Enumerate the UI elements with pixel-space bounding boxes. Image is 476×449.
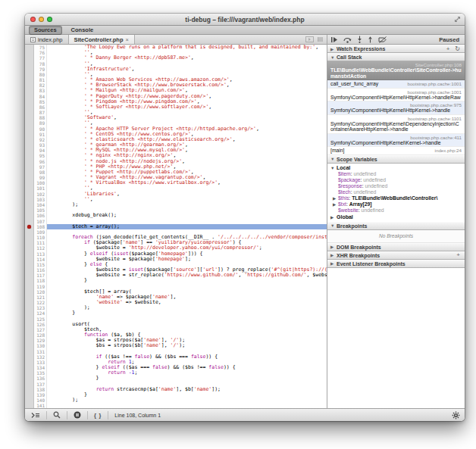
code-line-94[interactable]: 94 ' * MySQL <http://www.mysql.com/>', — [25, 148, 327, 153]
breakpoint-gutter[interactable] — [25, 170, 34, 175]
breakpoint-gutter[interactable] — [25, 142, 34, 148]
line-number[interactable]: 106 — [34, 213, 47, 218]
toggle-breakpoints-button[interactable] — [378, 36, 387, 43]
line-number[interactable]: 133 — [34, 360, 47, 365]
breakpoint-gutter[interactable] — [25, 202, 34, 207]
breakpoint-gutter[interactable] — [25, 262, 34, 267]
line-number[interactable]: 116 — [34, 267, 47, 273]
line-number[interactable]: 124 — [34, 310, 47, 316]
call-stack-frame[interactable]: bootstrap.php.cache:975Symfony\Component… — [327, 101, 465, 115]
scope-variable-row[interactable]: $package: undefined — [327, 177, 465, 183]
scope-variable-row[interactable]: $website: undefined — [327, 207, 465, 214]
breakpoint-gutter[interactable] — [25, 278, 34, 283]
code-line-115[interactable]: 115 } else { — [25, 262, 327, 267]
line-number[interactable]: 138 — [34, 387, 47, 392]
breakpoint-gutter[interactable] — [25, 219, 34, 224]
call-stack-frame[interactable]: SiteController.php:108TLE\Bundle\WebBund… — [327, 61, 465, 80]
add-watch-button[interactable]: + — [445, 46, 452, 52]
add-xhr-breakpoint-button[interactable]: + — [455, 252, 462, 258]
line-number[interactable]: 132 — [34, 354, 47, 360]
close-window-button[interactable] — [30, 17, 36, 22]
line-number[interactable]: 87 — [34, 110, 47, 115]
line-number[interactable]: 105 — [34, 207, 47, 213]
breakpoint-gutter[interactable] — [25, 50, 34, 55]
code-line-110[interactable]: 110 foreach (json_decode(file_get_conten… — [25, 235, 327, 240]
line-number[interactable]: 111 — [34, 240, 47, 245]
breakpoint-gutter[interactable] — [25, 289, 34, 295]
breakpoint-gutter[interactable] — [25, 327, 34, 332]
line-number[interactable]: 76 — [34, 50, 47, 55]
step-into-button[interactable] — [357, 36, 362, 43]
scope-variable-row[interactable]: ▶$this: TLE\Bundle\WebBundle\Controller\ — [327, 195, 465, 201]
breakpoint-gutter[interactable] — [25, 310, 34, 316]
code-line-121[interactable]: 121 'name' => $package['name'], — [25, 295, 327, 300]
scope-group-local[interactable]: ▼Local — [327, 164, 465, 171]
line-number[interactable]: 96 — [34, 159, 47, 164]
line-number[interactable]: 89 — [34, 120, 47, 126]
line-number[interactable]: 141 — [34, 403, 47, 408]
breakpoint-gutter[interactable] — [25, 197, 34, 202]
code-line-104[interactable]: 104 ); — [25, 202, 327, 207]
breakpoint-gutter[interactable] — [25, 305, 34, 310]
code-line-99[interactable]: 99 ' * Vagrant <http://www.vagrantup.com… — [25, 175, 327, 180]
code-line-134[interactable]: 134 } elseif (($as === false) && ($bs !=… — [25, 365, 327, 370]
breakpoint-gutter[interactable] — [25, 104, 34, 110]
line-number[interactable]: 98 — [34, 170, 47, 175]
section-call-stack[interactable]: ▼ Call Stack — [327, 53, 465, 61]
line-number[interactable]: 92 — [34, 137, 47, 142]
breakpoint-gutter[interactable] — [25, 67, 34, 72]
call-stack-frame[interactable]: bootstrap.php.cache:1101Symfony\Componen… — [327, 115, 465, 134]
resume-button[interactable] — [330, 36, 338, 43]
breakpoint-gutter[interactable] — [25, 382, 34, 387]
code-line-78[interactable]: 78 '', — [25, 61, 327, 67]
line-number[interactable]: 137 — [34, 382, 47, 387]
code-line-76[interactable]: 76 '', — [25, 50, 327, 55]
code-line-82[interactable]: 82 ' * BrowserStack <http://www.browsers… — [25, 83, 327, 88]
code-line-127[interactable]: 127 $tech, — [25, 327, 327, 332]
console-prompt-icon[interactable] — [30, 412, 42, 419]
code-line-96[interactable]: 96 ' * node.js <http://nodejs.org/>', — [25, 159, 327, 164]
line-number[interactable]: 136 — [34, 376, 47, 381]
section-breakpoints[interactable]: ▼ Breakpoints — [327, 222, 465, 230]
code-line-87[interactable]: 87 '', — [25, 110, 327, 115]
line-number[interactable]: 102 — [34, 192, 47, 197]
code-line-75[interactable]: 75 'The Loopy Ewe runs on a platform tha… — [25, 45, 327, 50]
search-icon[interactable] — [52, 411, 62, 419]
code-line-100[interactable]: 100 ' * VirtualBox <https://www.virtualb… — [25, 180, 327, 186]
breakpoint-gutter[interactable] — [25, 273, 34, 278]
breakpoint-gutter[interactable] — [25, 94, 34, 99]
breakpoint-gutter[interactable] — [25, 132, 34, 137]
breakpoint-gutter[interactable] — [25, 398, 34, 403]
settings-gear-icon[interactable] — [452, 411, 460, 419]
line-number[interactable]: 115 — [34, 262, 47, 267]
breakpoint-gutter[interactable] — [25, 240, 34, 245]
breakpoint-gutter[interactable] — [25, 45, 34, 50]
code-line-91[interactable]: 91 ' * CentOS <http://www.centos.org/>', — [25, 132, 327, 137]
zoom-window-button[interactable] — [47, 17, 52, 22]
breakpoint-gutter[interactable] — [25, 77, 34, 83]
breakpoint-gutter[interactable] — [25, 115, 34, 120]
breakpoints-pause-icon[interactable] — [72, 411, 83, 419]
code-line-107[interactable]: 107 — [25, 219, 327, 224]
section-scope-variables[interactable]: ▼ Scope Variables — [327, 155, 465, 164]
code-line-116[interactable]: 116 $website = isset($package['source'][… — [25, 267, 327, 273]
line-number[interactable]: 90 — [34, 126, 47, 132]
breakpoint-gutter[interactable] — [25, 354, 34, 360]
step-out-button[interactable] — [368, 36, 373, 43]
breakpoint-gutter[interactable] — [25, 126, 34, 132]
breakpoint-gutter[interactable] — [25, 120, 34, 126]
breakpoint-gutter[interactable] — [25, 110, 34, 115]
breakpoint-gutter[interactable] — [25, 55, 34, 61]
line-number[interactable]: 131 — [34, 349, 47, 354]
breakpoint-gutter[interactable] — [25, 137, 34, 142]
code-line-86[interactable]: 86 ' * SoftLayer <http://www.softlayer.c… — [25, 104, 327, 110]
breakpoint-gutter[interactable] — [25, 295, 34, 300]
call-stack-frame[interactable]: bootstrap.php.cache:411Symfony\Component… — [327, 134, 465, 148]
pause-bars-icon[interactable] — [317, 36, 323, 42]
call-stack-frame[interactable]: bootstrap.php.cache:1001Symfony\Componen… — [327, 89, 465, 102]
breakpoint-gutter[interactable] — [25, 175, 34, 180]
line-number[interactable]: 79 — [34, 67, 47, 72]
code-line-131[interactable]: 131 — [25, 349, 327, 354]
code-line-89[interactable]: 89 '', — [25, 120, 327, 126]
line-number[interactable]: 119 — [34, 284, 47, 289]
